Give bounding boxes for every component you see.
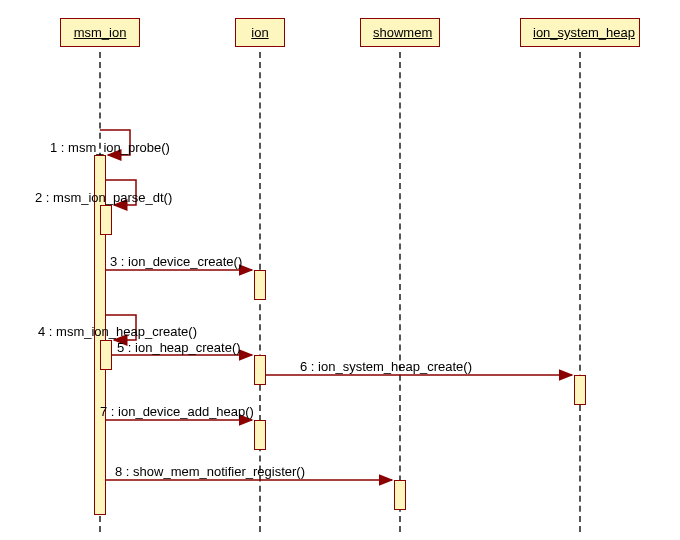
message-label-8: 8 : show_mem_notifier_register() [115,464,305,479]
participant-ion: ion [235,18,285,47]
message-label-6: 6 : ion_system_heap_create() [300,359,472,374]
message-label-4: 4 : msm_ion_heap_create() [38,324,197,339]
participant-label: msm_ion [74,25,127,40]
lifeline-showmem [399,52,401,532]
message-label-7: 7 : ion_device_add_heap() [100,404,254,419]
activation-ion-devicecreate [254,270,266,300]
participant-label: ion [251,25,268,40]
participant-msm-ion: msm_ion [60,18,140,47]
activation-msm-ion-parse [100,205,112,235]
lifeline-ion-system-heap [579,52,581,532]
activation-ion-heapcreate [254,355,266,385]
message-label-2: 2 : msm_ion_parse_dt() [35,190,172,205]
sequence-diagram: msm_ion ion showmem ion_system_heap [0,0,680,540]
activation-showmem [394,480,406,510]
participant-label: ion_system_heap [533,25,635,40]
participant-ion-system-heap: ion_system_heap [520,18,640,47]
message-label-3: 3 : ion_device_create() [110,254,242,269]
activation-ionsystemheap [574,375,586,405]
participant-showmem: showmem [360,18,440,47]
participant-label: showmem [373,25,432,40]
activation-ion-addheap [254,420,266,450]
activation-msm-ion-heapcreate [100,340,112,370]
message-label-1: 1 : msm_ion_probe() [50,140,170,155]
message-label-5: 5 : ion_heap_create() [117,340,241,355]
